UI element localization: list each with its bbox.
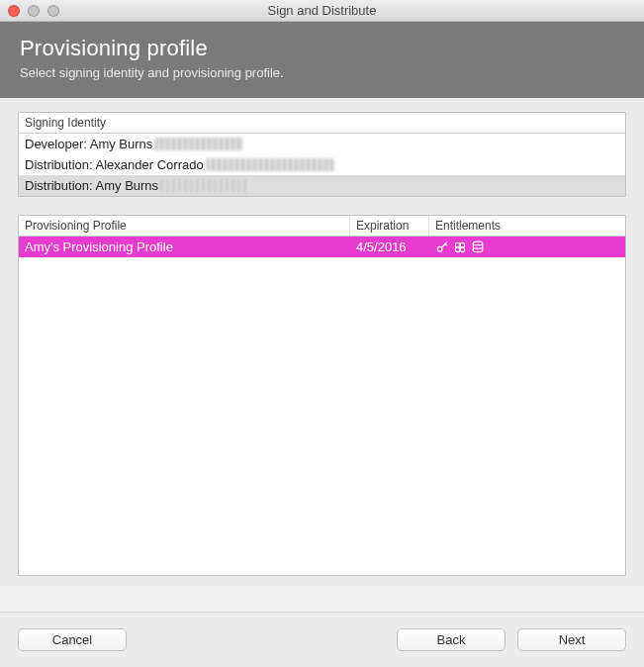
page-header: Provisioning profile Select signing iden…: [0, 22, 644, 98]
redacted-text: [206, 158, 334, 171]
redacted-text: [154, 138, 243, 150]
identity-label: Developer: Amy Burns: [25, 137, 152, 151]
minimize-icon[interactable]: [28, 5, 40, 17]
svg-point-0: [437, 246, 442, 251]
column-header-expiration[interactable]: Expiration: [350, 216, 429, 236]
back-button[interactable]: Back: [397, 628, 506, 651]
content-area: Signing Identity Developer: Amy Burns Di…: [0, 98, 644, 586]
window-title: Sign and Distribute: [0, 3, 644, 18]
page-subtitle: Select signing identity and provisioning…: [20, 65, 624, 80]
cancel-button[interactable]: Cancel: [18, 628, 127, 651]
column-header-entitlements[interactable]: Entitlements: [429, 216, 625, 236]
signing-identity-list: Developer: Amy Burns Distribution: Alexa…: [19, 134, 625, 196]
list-item[interactable]: Distribution: Amy Burns: [19, 175, 625, 196]
identity-label: Distribution: Amy Burns: [25, 178, 158, 193]
column-header-name[interactable]: Provisioning Profile: [19, 216, 350, 236]
next-button[interactable]: Next: [517, 628, 626, 651]
svg-point-3: [455, 247, 460, 252]
zoom-icon[interactable]: [47, 5, 59, 17]
gamecenter-icon: [453, 240, 467, 254]
svg-point-4: [460, 247, 465, 252]
window-controls: [0, 5, 59, 17]
svg-point-2: [460, 242, 465, 247]
table-row[interactable]: Amy's Provisioning Profile 4/5/2016: [19, 237, 625, 257]
close-icon[interactable]: [8, 5, 20, 17]
titlebar: Sign and Distribute: [0, 0, 644, 22]
provisioning-profile-panel: Provisioning Profile Expiration Entitlem…: [18, 215, 626, 576]
list-item[interactable]: Developer: Amy Burns: [19, 134, 625, 154]
profile-list: Amy's Provisioning Profile 4/5/2016: [19, 237, 625, 575]
footer-bar: Cancel Back Next: [0, 612, 644, 667]
profile-entitlements: [429, 238, 625, 257]
signing-identity-header: Signing Identity: [19, 113, 625, 134]
key-icon: [435, 240, 449, 254]
list-item[interactable]: Distribution: Alexander Corrado: [19, 154, 625, 175]
profile-expiration: 4/5/2016: [350, 237, 429, 257]
redacted-text: [160, 179, 249, 192]
svg-point-5: [473, 241, 482, 245]
identity-label: Distribution: Alexander Corrado: [25, 157, 204, 172]
profile-columns-header: Provisioning Profile Expiration Entitlem…: [19, 216, 625, 237]
signing-identity-panel: Signing Identity Developer: Amy Burns Di…: [18, 112, 626, 197]
svg-point-1: [455, 242, 460, 247]
page-title: Provisioning profile: [20, 36, 624, 61]
profile-name: Amy's Provisioning Profile: [19, 237, 350, 257]
database-icon: [471, 240, 485, 254]
